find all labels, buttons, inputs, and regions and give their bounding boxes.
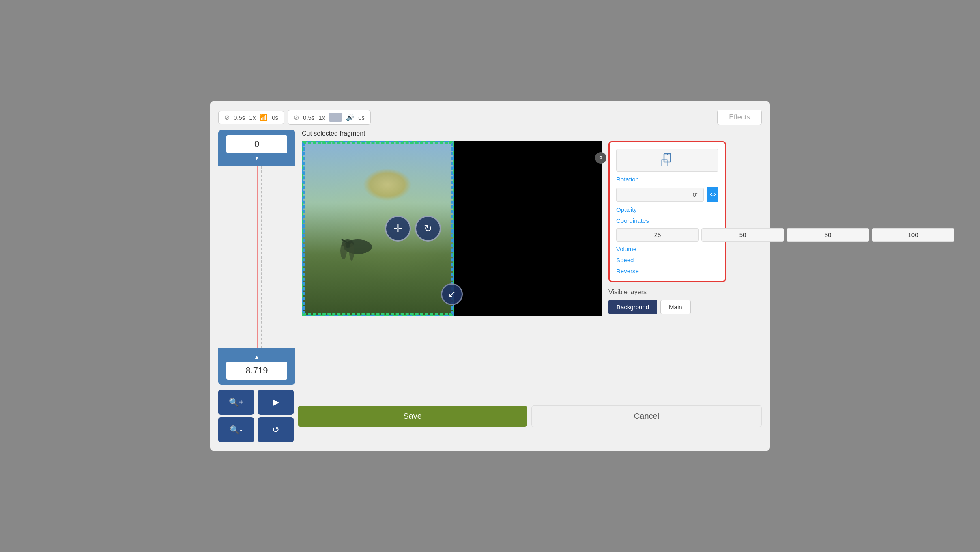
flip-icon: ⇔ bbox=[710, 190, 716, 199]
rotation-label: Rotation bbox=[616, 176, 718, 183]
content-area: 0 ▼ ▲ 8.719 Cut selected fragment bbox=[218, 130, 762, 385]
foliage-highlight bbox=[363, 168, 412, 201]
bottom-controls: 🔍+ 🔍- ▶ ↺ Save Cancel bbox=[218, 390, 762, 442]
flip-button[interactable]: ⇔ bbox=[707, 187, 718, 202]
toolbar-val-0-5s-1: 0.5s bbox=[234, 114, 245, 121]
reverse-label[interactable]: Reverse bbox=[616, 267, 718, 274]
slider-arrow-up: ▲ bbox=[254, 354, 260, 360]
bird-svg bbox=[325, 222, 390, 263]
resize-icon: ↙ bbox=[448, 289, 456, 300]
refresh-icon: ↺ bbox=[272, 425, 279, 435]
slider-top: 0 ▼ bbox=[218, 130, 295, 166]
layers-buttons: Background Main bbox=[608, 300, 726, 314]
main-container: ⊘ 0.5s 1x 📶 0s ⊘ 0.5s 1x 🔊 0s Effects 0 … bbox=[210, 101, 770, 451]
coord-input-1[interactable] bbox=[616, 228, 699, 242]
video-black-section bbox=[454, 141, 602, 316]
effects-button[interactable]: Effects bbox=[717, 110, 762, 125]
coord-input-4[interactable] bbox=[872, 228, 954, 242]
visible-layers-section: Visible layers Background Main bbox=[608, 289, 726, 314]
rotation-row: ⇔ bbox=[616, 187, 718, 202]
toolbar-val-1x-2: 1x bbox=[318, 114, 325, 121]
slider-arrow-down: ▼ bbox=[254, 155, 260, 161]
slider-track[interactable] bbox=[218, 166, 295, 348]
resize-button[interactable]: ↙ bbox=[441, 283, 463, 305]
video-and-props: ✛ ↻ ↙ ? bbox=[302, 141, 762, 385]
coords-row bbox=[616, 228, 718, 242]
visible-layers-label: Visible layers bbox=[608, 289, 726, 296]
color-swatch bbox=[329, 113, 342, 122]
cut-fragment-button[interactable]: Cut selected fragment bbox=[302, 130, 762, 137]
center-area: Cut selected fragment bbox=[302, 130, 762, 385]
rotate-icon: ↻ bbox=[424, 223, 432, 234]
video-canvas: ✛ ↻ ↙ bbox=[302, 141, 602, 316]
bar-chart-icon: 📶 bbox=[260, 114, 268, 121]
speed-label[interactable]: Speed bbox=[616, 257, 718, 263]
wave-icon: 🔊 bbox=[346, 114, 354, 121]
transform-preview bbox=[616, 149, 718, 172]
slider-bottom: ▲ 8.719 bbox=[218, 348, 295, 385]
save-button[interactable]: Save bbox=[298, 406, 527, 427]
svg-point-4 bbox=[349, 243, 354, 261]
no-entry-icon-2: ⊘ bbox=[294, 114, 299, 121]
slider-top-value: 0 bbox=[226, 135, 287, 153]
refresh-button[interactable]: ↺ bbox=[258, 417, 294, 442]
cancel-button[interactable]: Cancel bbox=[531, 405, 762, 427]
zoom-out-icon: 🔍- bbox=[230, 425, 243, 435]
opacity-label[interactable]: Opacity bbox=[616, 206, 718, 213]
slider-dashes bbox=[261, 166, 262, 348]
slider-track-line bbox=[257, 166, 258, 348]
help-badge[interactable]: ? bbox=[595, 152, 606, 164]
coord-input-3[interactable] bbox=[787, 228, 869, 242]
play-button[interactable]: ▶ bbox=[258, 390, 294, 415]
zoom-in-button[interactable]: 🔍+ bbox=[218, 390, 254, 415]
rotation-input[interactable] bbox=[616, 188, 704, 202]
play-controls: ▶ ↺ bbox=[258, 390, 294, 442]
coordinates-label[interactable]: Coordinates bbox=[616, 217, 718, 224]
background-layer-button[interactable]: Background bbox=[608, 300, 657, 314]
move-icon: ✛ bbox=[393, 222, 402, 235]
toolbar-group-2: ⊘ 0.5s 1x 🔊 0s bbox=[288, 110, 371, 125]
play-icon: ▶ bbox=[273, 397, 279, 408]
toolbar-val-1x-1: 1x bbox=[249, 114, 256, 121]
toolbar-group-1: ⊘ 0.5s 1x 📶 0s bbox=[218, 111, 284, 124]
move-button[interactable]: ✛ bbox=[385, 216, 411, 242]
volume-label[interactable]: Volume bbox=[616, 246, 718, 252]
toolbar-val-0s-1: 0s bbox=[272, 114, 278, 121]
main-layer-button[interactable]: Main bbox=[660, 300, 691, 314]
slider-panel: 0 ▼ ▲ 8.719 bbox=[218, 130, 295, 385]
toolbar-val-0s-2: 0s bbox=[358, 114, 365, 121]
transform-icon bbox=[659, 152, 675, 168]
right-panel: ? Rotation bbox=[608, 141, 726, 385]
zoom-out-button[interactable]: 🔍- bbox=[218, 417, 254, 442]
coord-input-2[interactable] bbox=[701, 228, 784, 242]
no-entry-icon-1: ⊘ bbox=[224, 114, 230, 121]
svg-point-3 bbox=[340, 243, 347, 259]
properties-box: ? Rotation bbox=[608, 141, 726, 282]
slider-bottom-value: 8.719 bbox=[226, 362, 287, 380]
zoom-in-icon: 🔍+ bbox=[229, 397, 244, 407]
toolbar: ⊘ 0.5s 1x 📶 0s ⊘ 0.5s 1x 🔊 0s Effects bbox=[218, 110, 762, 125]
zoom-controls: 🔍+ 🔍- bbox=[218, 390, 254, 442]
rotate-button[interactable]: ↻ bbox=[415, 216, 441, 242]
toolbar-val-0-5s-2: 0.5s bbox=[303, 114, 314, 121]
